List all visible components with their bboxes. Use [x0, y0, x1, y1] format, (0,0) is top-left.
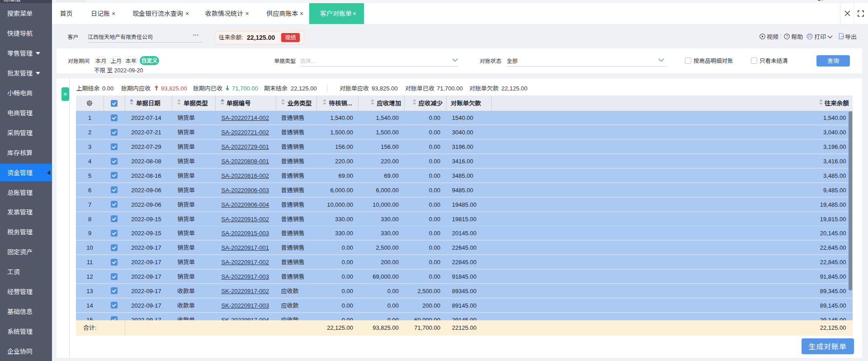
svg-text:?: ?: [786, 34, 788, 38]
